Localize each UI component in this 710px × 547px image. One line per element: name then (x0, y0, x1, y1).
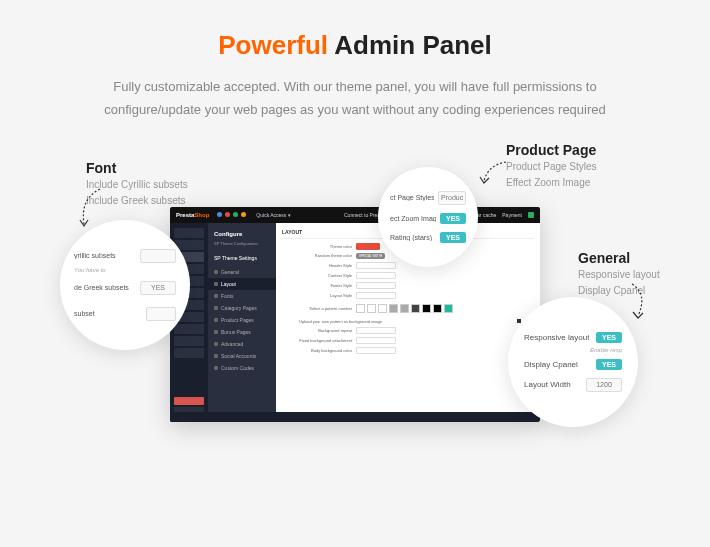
configure-title: Configure (208, 229, 276, 241)
swatch[interactable] (356, 304, 365, 313)
gear-icon (214, 270, 218, 274)
label-font: Font Include Cyrillic subsets Include Gr… (86, 160, 188, 208)
download-icon[interactable] (528, 212, 534, 218)
bg-attach-select[interactable] (356, 337, 396, 344)
general-row2-toggle[interactable]: YES (596, 359, 622, 370)
label-general-title: General (578, 250, 660, 266)
callout-font: yrillic subsets You have to de Greek sub… (60, 220, 190, 350)
label-font-sub1: Include Cyrillic subsets (86, 178, 188, 192)
product-row2: ect Zoom Image (390, 215, 436, 222)
admin-sidebar: Configure SP Theme Configuration SP Them… (208, 223, 276, 422)
sidebar-item-product[interactable]: Product Pages (208, 314, 276, 326)
label-bg-attach: Fixed background attachment (282, 338, 352, 343)
label-font-title: Font (86, 160, 188, 176)
font-row3-input[interactable] (146, 307, 176, 321)
general-row1-hint: Enable resp (524, 347, 622, 353)
general-row3-input[interactable]: 1200 (586, 378, 622, 392)
font-row2: de Greek subsets (74, 284, 129, 291)
callout-product: ct Page StylesProduc ect Zoom ImageYES R… (378, 167, 478, 267)
sidebar-item-layout[interactable]: Layout (208, 278, 276, 290)
font-row3: subset (74, 310, 95, 317)
label-content-style: Content Style (282, 273, 352, 278)
font-row2-toggle[interactable]: YES (140, 281, 176, 295)
swatch[interactable] (367, 304, 376, 313)
social-icon (214, 354, 218, 358)
swatch[interactable] (389, 304, 398, 313)
sidebar-item-advanced[interactable]: Advanced (208, 338, 276, 350)
random-theme-badge[interactable]: SPECIAL WIDTH (356, 253, 385, 259)
label-general-sub2: Display Cpanel (578, 284, 660, 298)
nav-item[interactable] (174, 228, 204, 238)
product-row3-toggle[interactable]: YES (440, 232, 466, 243)
sidebar-item-custom[interactable]: Custom Codes (208, 362, 276, 374)
layout-style-select[interactable] (356, 292, 396, 299)
general-row1-toggle[interactable]: YES (596, 332, 622, 343)
page-description: Fully customizable accepted. With our th… (75, 75, 635, 122)
label-bg-repeat: Background repeat (282, 328, 352, 333)
label-theme-color: Theme color (282, 244, 352, 249)
label-product-title: Product Page (506, 142, 597, 158)
topbar-color-icons (217, 212, 246, 217)
header-style-select[interactable] (356, 262, 396, 269)
pattern-swatches (356, 304, 453, 313)
admin-screenshot: PrestaShop Quick Access ▾ Connect to Pre… (170, 207, 540, 422)
label-layout-style: Layout Style (282, 293, 352, 298)
bg-repeat-select[interactable] (356, 327, 396, 334)
swatch[interactable] (433, 304, 442, 313)
label-general-sub1: Responsive layout (578, 268, 660, 282)
sidebar-item-general[interactable]: General (208, 266, 276, 278)
topbar-link[interactable]: Payment (502, 212, 522, 218)
font-row1-input[interactable] (140, 249, 176, 263)
font-row1: yrillic subsets (74, 252, 116, 259)
swatch[interactable] (378, 304, 387, 313)
sidebar-item-bonus[interactable]: Bonus Pages (208, 326, 276, 338)
product-icon (214, 318, 218, 322)
brand-logo: PrestaShop (176, 212, 209, 218)
nav-item-alert[interactable] (174, 397, 204, 405)
content-style-select[interactable] (356, 272, 396, 279)
label-general: General Responsive layout Display Cpanel (578, 250, 660, 298)
quick-access-menu[interactable]: Quick Access ▾ (256, 212, 290, 218)
product-row1: ct Page Styles (390, 194, 434, 201)
label-footer-style: Footer Style (282, 283, 352, 288)
label-random-theme: Random theme color (282, 253, 352, 258)
advanced-icon (214, 342, 218, 346)
nav-item[interactable] (174, 324, 204, 334)
label-product-sub1: Product Page Styles (506, 160, 597, 174)
label-upload: Upload your own pattern as background im… (282, 319, 382, 324)
general-row3: Layout Width (524, 380, 571, 389)
font-icon (214, 294, 218, 298)
swatch[interactable] (444, 304, 453, 313)
sidebar-item-fonts[interactable]: Fonts (208, 290, 276, 302)
layout-icon (214, 282, 218, 286)
label-font-sub2: Include Greek subsets (86, 194, 188, 208)
page-title: Powerful Admin Panel (50, 30, 660, 61)
sidebar-item-social[interactable]: Social Accounts (208, 350, 276, 362)
product-row1-select[interactable]: Produc (438, 191, 466, 205)
swatch[interactable] (411, 304, 420, 313)
label-product-sub2: Effect Zoom Image (506, 176, 597, 190)
swatch[interactable] (422, 304, 431, 313)
product-row2-toggle[interactable]: YES (440, 213, 466, 224)
admin-footer (276, 412, 540, 422)
callout-general: Responsive layoutYES Enable resp Display… (508, 297, 638, 427)
nav-item[interactable] (174, 336, 204, 346)
product-row3: Rating (stars) (390, 234, 432, 241)
configure-subtitle: SP Theme Configuration (208, 241, 276, 250)
theme-color-picker[interactable] (356, 243, 380, 250)
showcase-canvas: Font Include Cyrillic subsets Include Gr… (0, 142, 710, 482)
label-product: Product Page Product Page Styles Effect … (506, 142, 597, 190)
label-header-style: Header Style (282, 263, 352, 268)
category-icon (214, 306, 218, 310)
sidebar-item-category[interactable]: Category Pages (208, 302, 276, 314)
footer-style-select[interactable] (356, 282, 396, 289)
nav-item[interactable] (174, 348, 204, 358)
general-row2: Display Cpanel (524, 360, 578, 369)
title-accent: Powerful (218, 30, 328, 60)
body-bg-input[interactable] (356, 347, 396, 354)
bonus-icon (214, 330, 218, 334)
title-rest: Admin Panel (328, 30, 492, 60)
label-pattern: Select a pattern number (282, 306, 352, 311)
swatch[interactable] (400, 304, 409, 313)
general-row1: Responsive layout (524, 333, 589, 342)
